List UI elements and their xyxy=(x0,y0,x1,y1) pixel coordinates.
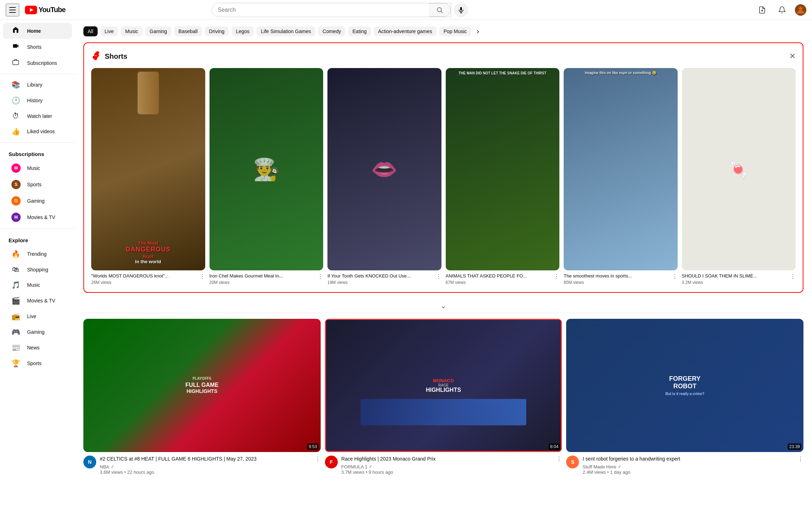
video-menu-button-2[interactable]: ⋮ xyxy=(556,456,562,462)
filter-chip-baseball[interactable]: Baseball xyxy=(174,26,202,36)
video-title-2: Race Highlights | 2023 Monaco Grand Prix xyxy=(341,456,562,463)
video-card-1[interactable]: PLAYOFFS FULL GAME HIGHLIGHTS 9:53 N #2 … xyxy=(83,319,321,475)
filter-chip-pop-music[interactable]: Pop Music xyxy=(439,26,471,36)
filter-chip-legos[interactable]: Legos xyxy=(232,26,254,36)
short-item-2[interactable]: 🧑‍🍳 Iron Chef Makes Gourmet Meal In... 2… xyxy=(210,68,324,285)
sidebar-explore-trending[interactable]: 🔥 Trending xyxy=(3,246,72,262)
short-item-5[interactable]: Imagine this on like espn or something 😂… xyxy=(564,68,678,285)
filter-chip-driving[interactable]: Driving xyxy=(205,26,229,36)
video-menu-button-1[interactable]: ⋮ xyxy=(315,456,321,462)
history-icon: 🕐 xyxy=(11,96,20,105)
video-card-3[interactable]: FORGERY ROBOT But is it really a crime? … xyxy=(566,319,803,475)
filter-chip-eating[interactable]: Eating xyxy=(348,26,371,36)
avatar-image xyxy=(795,4,806,16)
short-menu-button-3[interactable]: ⋮ xyxy=(436,273,441,280)
header-left: YouTube xyxy=(6,4,66,16)
sidebar-explore-music[interactable]: 🎵 Music xyxy=(3,277,72,293)
shorts-close-button[interactable]: ✕ xyxy=(789,52,796,61)
collapse-button[interactable]: ⌄ xyxy=(83,299,803,313)
youtube-logo[interactable]: YouTube xyxy=(25,6,66,14)
shorts-logo-icon xyxy=(91,50,101,62)
sidebar-explore-movies[interactable]: 🎬 Movies & TV xyxy=(3,293,72,308)
sidebar-item-shorts[interactable]: Shorts xyxy=(3,39,72,55)
svg-point-2 xyxy=(437,7,441,12)
video-info-1: N #2 CELTICS at #8 HEAT | FULL GAME 6 HI… xyxy=(83,456,321,475)
filter-chip-live[interactable]: Live xyxy=(100,26,118,36)
short-title-3: If Your Tooth Gets KNOCKED Out Use... xyxy=(327,273,441,279)
sidebar-explore-sports[interactable]: 🏆 Sports xyxy=(3,355,72,371)
filter-chip-comedy[interactable]: Comedy xyxy=(318,26,345,36)
sidebar-item-watch-later[interactable]: ⏱ Watch later xyxy=(3,108,72,124)
explore-section-title: Explore xyxy=(0,232,75,246)
sub-gaming-label: Gaming xyxy=(27,198,45,204)
mic-icon xyxy=(457,6,465,14)
sidebar-sub-sports[interactable]: S Sports xyxy=(3,176,72,193)
shorts-icon xyxy=(11,42,20,51)
short-item-1[interactable]: The Most DANGEROUS Knot In the world "Wo xyxy=(91,68,205,285)
short-menu-button-5[interactable]: ⋮ xyxy=(672,273,678,280)
sidebar-sub-movies[interactable]: M Movies & TV xyxy=(3,209,72,225)
sidebar-sub-gaming[interactable]: G Gaming xyxy=(3,193,72,209)
sidebar-item-library[interactable]: 📚 Library xyxy=(3,77,72,93)
mic-button[interactable] xyxy=(454,3,468,17)
search-button[interactable] xyxy=(429,3,451,17)
search-input[interactable] xyxy=(212,3,429,17)
short-title-2: Iron Chef Makes Gourmet Meal In... xyxy=(210,273,324,279)
youtube-icon-svg xyxy=(25,6,37,14)
short-menu-button-1[interactable]: ⋮ xyxy=(200,273,205,280)
sidebar-explore-gaming[interactable]: 🎮 Gaming xyxy=(3,324,72,340)
short-menu-button-2[interactable]: ⋮ xyxy=(317,273,323,280)
sports-label: Sports xyxy=(27,360,41,366)
filter-chip-action[interactable]: Action-adventure games xyxy=(374,26,436,36)
short-menu-button-6[interactable]: ⋮ xyxy=(790,273,796,280)
short-item-3[interactable]: 👄 If Your Tooth Gets KNOCKED Out Use... … xyxy=(327,68,441,285)
filter-bar: All Live Music Gaming Baseball Driving L… xyxy=(83,26,803,37)
sidebar-item-subscriptions[interactable]: Subscriptions xyxy=(3,55,72,71)
sub-movies-icon: M xyxy=(11,213,20,222)
notifications-button[interactable] xyxy=(775,3,789,17)
short-menu-button-4[interactable]: ⋮ xyxy=(554,273,559,280)
bell-icon xyxy=(778,6,786,14)
app-container: YouTube xyxy=(0,0,812,519)
explore-music-label: Music xyxy=(27,282,40,288)
live-icon: 📻 xyxy=(11,312,20,321)
short-title-6: SHOULD I SOAK THEM IN SLIME... xyxy=(682,273,796,279)
short-item-6[interactable]: 🍬 SHOULD I SOAK THEM IN SLIME... 3.2M vi… xyxy=(682,68,796,285)
short-item-4[interactable]: THE MAN DID NOT LET THE SNAKE DIE OF THI… xyxy=(446,68,560,285)
filter-next-button[interactable]: › xyxy=(474,26,482,37)
sidebar-explore-shopping[interactable]: 🛍 Shopping xyxy=(3,262,72,277)
video-menu-button-3[interactable]: ⋮ xyxy=(798,456,803,462)
avatar[interactable] xyxy=(795,4,806,16)
sidebar-sub-music[interactable]: M Music xyxy=(3,160,72,176)
sidebar-explore-news[interactable]: 📰 News xyxy=(3,340,72,355)
subscriptions-section-title: Subscriptions xyxy=(0,145,75,160)
hamburger-line xyxy=(9,12,16,13)
short-thumb-5: Imagine this on like espn or something 😂 xyxy=(564,68,678,270)
watch-later-icon: ⏱ xyxy=(11,112,20,120)
video-channel-3: Stuff Made Here ✓ xyxy=(583,464,803,469)
short-views-5: 85M views xyxy=(564,280,678,285)
sidebar-item-history[interactable]: 🕐 History xyxy=(3,93,72,108)
svg-line-3 xyxy=(441,11,443,13)
short-views-4: 67M views xyxy=(446,280,560,285)
video-card-2[interactable]: MONACO RACE HIGHLIGHTS 8:04 F xyxy=(325,319,562,475)
filter-chip-music[interactable]: Music xyxy=(121,26,143,36)
video-title-3: I sent robot forgeries to a handwriting … xyxy=(583,456,803,463)
trending-icon: 🔥 xyxy=(11,250,20,258)
create-button[interactable] xyxy=(755,3,769,17)
filter-chip-life-simulation[interactable]: Life Simulation Games xyxy=(257,26,315,36)
sidebar-item-watch-later-label: Watch later xyxy=(27,113,52,119)
short-title-1: "Worlds MOST DANGEROUS knot"... xyxy=(91,273,205,279)
sidebar-item-liked-videos[interactable]: 👍 Liked videos xyxy=(3,124,72,139)
filter-chip-all[interactable]: All xyxy=(83,26,98,36)
main-content: All Live Music Gaming Baseball Driving L… xyxy=(75,20,812,519)
sidebar-item-home[interactable]: Home xyxy=(3,23,72,39)
filter-chip-gaming[interactable]: Gaming xyxy=(145,26,171,36)
video-thumb-2: MONACO RACE HIGHLIGHTS 8:04 xyxy=(325,319,562,452)
video-channel-2: FORMULA 1 ✓ xyxy=(341,464,562,469)
hamburger-menu-button[interactable] xyxy=(6,4,19,16)
short-info-2: Iron Chef Makes Gourmet Meal In... 20M v… xyxy=(210,273,324,285)
sidebar-explore-live[interactable]: 📻 Live xyxy=(3,308,72,324)
shorts-title-row: Shorts xyxy=(91,50,127,62)
video-duration-3: 23:39 xyxy=(788,443,801,450)
